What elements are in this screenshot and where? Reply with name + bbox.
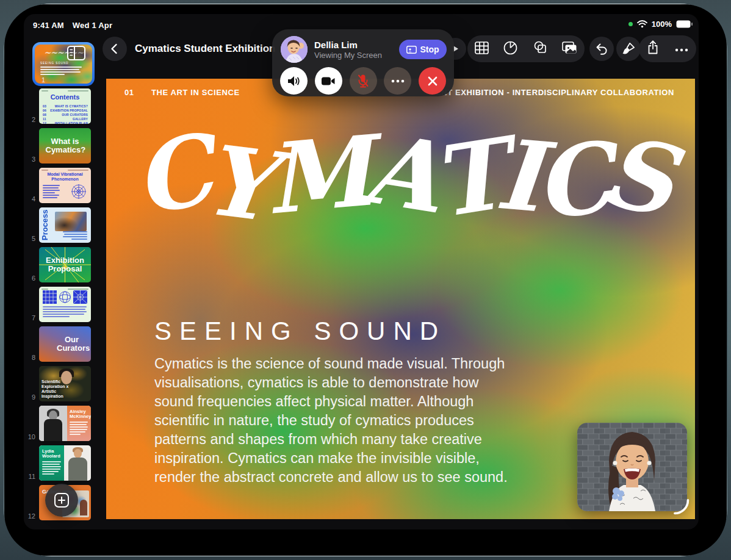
toc-num: 12 bbox=[43, 121, 46, 124]
slide-thumbnail-4[interactable]: Modal Vibrational Phenomenon bbox=[39, 168, 91, 203]
shareplay-status: Viewing My Screen bbox=[314, 51, 399, 60]
slide-thumbnail-9[interactable]: Scientific Exploration x Artistic Inspir… bbox=[39, 366, 91, 401]
slide-title-art[interactable]: CYMATICS bbox=[106, 106, 695, 246]
paintbrush-icon bbox=[622, 42, 635, 56]
camera-button[interactable] bbox=[315, 67, 342, 95]
toc-label: EXHIBITION PROPOSAL bbox=[50, 109, 88, 112]
thumbnail-title: Exhibition Proposal bbox=[44, 256, 87, 273]
insert-table-button[interactable] bbox=[475, 41, 489, 57]
slide-thumbnail-5[interactable]: Process bbox=[39, 207, 91, 243]
share-icon bbox=[647, 40, 659, 55]
toc-label: GALLERY bbox=[73, 117, 88, 121]
more-button[interactable] bbox=[675, 43, 688, 54]
thumbnail-header-placeholder bbox=[41, 90, 88, 92]
chevron-left-icon bbox=[108, 42, 121, 56]
mandala-pattern bbox=[70, 183, 87, 200]
slide-thumbnail-10[interactable]: Ainsley McKinney bbox=[39, 406, 91, 441]
toc-num: 08 bbox=[43, 113, 46, 117]
clock-date: Wed 1 Apr bbox=[73, 21, 112, 30]
back-button[interactable] bbox=[103, 37, 127, 61]
video-camera-icon bbox=[321, 76, 336, 86]
thumbnail-title: Our Curators bbox=[57, 336, 91, 353]
slide-header-right[interactable]: ENT EXHIBITION - INTERDISCIPLINARY COLLA… bbox=[436, 88, 674, 97]
insert-toolbar-group bbox=[467, 35, 585, 62]
ipad-device: 9:41 AM Wed 1 Apr 100% bbox=[0, 0, 731, 560]
insert-shape-button[interactable] bbox=[533, 41, 547, 57]
slide-thumbnail-3[interactable]: What is Cymatics? bbox=[39, 128, 91, 163]
slide-number: 10 bbox=[25, 433, 35, 440]
slide-thumbnail-8[interactable]: Our Curators bbox=[39, 326, 91, 362]
end-call-button[interactable] bbox=[419, 67, 446, 95]
slide-number: 12 bbox=[25, 512, 35, 520]
stop-sharing-button[interactable]: Stop bbox=[399, 40, 447, 59]
clock-time: 9:41 AM bbox=[33, 21, 64, 30]
shapes-icon bbox=[533, 41, 547, 54]
format-button[interactable] bbox=[616, 37, 641, 61]
mute-button-muted[interactable] bbox=[350, 67, 377, 95]
thumbnail-header-placeholder bbox=[41, 170, 88, 171]
undo-button[interactable] bbox=[589, 37, 614, 61]
thumbnail-photo bbox=[39, 406, 67, 441]
camera-active-indicator-icon bbox=[628, 22, 633, 26]
screen-share-icon bbox=[406, 46, 417, 54]
facetime-shareplay-overlay: Dellia Lim Viewing My Screen Stop bbox=[272, 29, 454, 96]
slide-number: 1 bbox=[35, 76, 45, 84]
slide-thumbnail-2[interactable]: Contents 03WHAT IS CYMATICS? 06EXHIBITIO… bbox=[39, 88, 91, 124]
toc-label: OUR CURATORS bbox=[62, 113, 88, 117]
thumbnail-text-panel: Ainsley McKinney bbox=[67, 406, 91, 441]
slide-number: 2 bbox=[25, 116, 35, 123]
slide-thumbnail-7[interactable] bbox=[39, 287, 91, 322]
document-title: Cymatics Student Exhibition bbox=[135, 43, 275, 55]
thumbnail-photo-face bbox=[74, 449, 82, 458]
participant-avatar bbox=[281, 36, 308, 63]
add-slide-button[interactable] bbox=[45, 484, 78, 517]
document-title-button[interactable]: Cymatics Student Exhibition bbox=[135, 37, 293, 61]
call-more-button[interactable] bbox=[384, 67, 411, 95]
slide-number: 4 bbox=[25, 195, 35, 203]
pattern-tiles bbox=[43, 290, 87, 304]
toc-num: 11 bbox=[43, 117, 46, 121]
close-x-icon bbox=[427, 76, 438, 87]
share-button[interactable] bbox=[647, 40, 659, 57]
thumbnail-toc: 03WHAT IS CYMATICS? 06EXHIBITION PROPOSA… bbox=[43, 104, 88, 124]
speaker-button[interactable] bbox=[280, 67, 308, 95]
slide-heading[interactable]: SEEING SOUND bbox=[154, 317, 446, 346]
speaker-icon bbox=[287, 75, 301, 87]
ellipsis-icon bbox=[675, 48, 688, 52]
share-more-group bbox=[639, 35, 696, 62]
slide-navigator: ~~~~~~ SEEING SOUND 1 Content bbox=[24, 32, 102, 529]
thumbnail-header-placeholder bbox=[41, 289, 88, 290]
slide-number: 9 bbox=[25, 393, 35, 401]
status-left: 9:41 AM Wed 1 Apr bbox=[33, 21, 112, 30]
slide-body-text[interactable]: Cymatics is the science of sound made vi… bbox=[154, 354, 513, 487]
thumbnail-title: Scientific Exploration x Artistic Inspir… bbox=[41, 379, 78, 399]
photos-icon bbox=[562, 41, 577, 54]
toc-num: 06 bbox=[43, 109, 46, 112]
slide-thumbnail-11[interactable]: Lydia Woolard bbox=[39, 445, 91, 481]
toc-label: WHAT IS CYMATICS? bbox=[55, 104, 88, 108]
slide-number: 6 bbox=[25, 275, 35, 282]
add-slide-icon bbox=[54, 492, 70, 508]
screen: 9:41 AM Wed 1 Apr 100% bbox=[24, 14, 699, 529]
thumbnail-title: What is Cymatics? bbox=[46, 137, 85, 154]
slide-thumbnail-6[interactable]: Exhibition Proposal bbox=[39, 247, 91, 282]
wifi-icon bbox=[637, 20, 647, 28]
slide-number: 11 bbox=[25, 473, 35, 480]
mic-muted-icon bbox=[357, 74, 369, 88]
thumbnail-title: Process bbox=[40, 210, 49, 240]
table-icon bbox=[475, 41, 489, 54]
ellipsis-icon bbox=[391, 79, 405, 83]
slide-number: 7 bbox=[25, 314, 35, 321]
thumbnail-title: Contents bbox=[39, 93, 91, 101]
insert-media-button[interactable] bbox=[562, 41, 577, 57]
toc-label: INSTALLATION PLAN bbox=[55, 121, 88, 124]
slide-page-number[interactable]: 01 bbox=[124, 88, 134, 97]
slide-header-left[interactable]: THE ART IN SCIENCE bbox=[151, 88, 240, 97]
participant-name: Dellia Lim bbox=[314, 40, 399, 50]
slide-number: 8 bbox=[25, 354, 35, 361]
battery-percent: 100% bbox=[652, 20, 672, 29]
insert-chart-button[interactable] bbox=[503, 41, 517, 57]
slide-number: 3 bbox=[25, 156, 35, 163]
thumbnail-photo-body bbox=[68, 458, 87, 481]
toc-num: 03 bbox=[43, 104, 46, 108]
